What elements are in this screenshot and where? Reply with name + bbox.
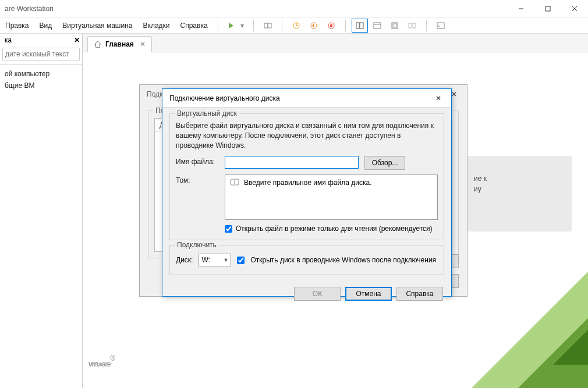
- svg-rect-1: [546, 6, 550, 11]
- cancel-button[interactable]: Отмена: [345, 287, 392, 301]
- chevron-down-icon: ▼: [224, 257, 229, 263]
- card-text1: ие к: [474, 173, 565, 184]
- svg-rect-11: [360, 23, 363, 29]
- volume-hint-text: Введите правильное имя файла диска.: [244, 179, 372, 187]
- menu-view[interactable]: Вид: [34, 19, 58, 32]
- drive-letter-select[interactable]: W: ▼: [199, 254, 231, 266]
- snapshot-take-icon[interactable]: [288, 19, 304, 33]
- minimize-button[interactable]: [508, 0, 534, 17]
- tabbar: Главная ✕: [83, 34, 588, 52]
- snapshot-revert-icon[interactable]: [306, 19, 322, 33]
- svg-rect-5: [268, 23, 271, 28]
- snapshot-manage-icon[interactable]: [323, 19, 339, 33]
- open-explorer-checkbox[interactable]: [237, 257, 245, 264]
- open-explorer-label: Открыть диск в проводнике Windows после …: [250, 256, 436, 264]
- svg-rect-4: [264, 23, 268, 28]
- tab-close-icon[interactable]: ✕: [140, 40, 146, 48]
- menu-help[interactable]: Справка: [175, 19, 213, 32]
- sidebar-search-input[interactable]: [2, 48, 80, 60]
- menu-vm[interactable]: Виртуальная машина: [57, 19, 137, 32]
- readonly-checkbox[interactable]: [225, 225, 232, 233]
- inner-dialog-close-icon[interactable]: ✕: [430, 91, 447, 105]
- menu-edit[interactable]: Правка: [0, 19, 34, 32]
- play-icon[interactable]: [223, 19, 239, 33]
- help-button[interactable]: Справка: [396, 287, 443, 301]
- svg-text:i: i: [234, 179, 236, 186]
- home-icon: [94, 40, 102, 48]
- inner-dialog-title: Подключение виртуального диска: [169, 94, 280, 102]
- tree-item-computer[interactable]: ой компьютер: [0, 68, 82, 80]
- titlebar: are Workstation: [0, 0, 588, 17]
- svg-rect-12: [374, 23, 381, 29]
- volume-list[interactable]: i Введите правильное имя файла диска.: [225, 175, 438, 220]
- unity-icon[interactable]: [387, 19, 403, 33]
- close-button[interactable]: [561, 0, 588, 17]
- window-title: are Workstation: [5, 5, 54, 13]
- svg-rect-15: [393, 24, 396, 27]
- mount-group-label: Подключить: [175, 241, 219, 249]
- vmware-logo: vmware®: [88, 352, 115, 371]
- sidebar: ка ✕ ой компьютер бщие ВМ: [0, 34, 83, 388]
- play-dropdown-icon[interactable]: ▾: [240, 22, 247, 30]
- thumbnail-icon[interactable]: [352, 19, 368, 33]
- filename-label: Имя файла:: [176, 156, 219, 166]
- maximize-button[interactable]: [534, 0, 561, 17]
- volume-label: Том:: [176, 175, 219, 184]
- menu-tabs[interactable]: Вкладки: [138, 19, 175, 32]
- svg-rect-17: [437, 23, 444, 29]
- card-text2: иу: [474, 184, 565, 194]
- tab-home[interactable]: Главная ✕: [87, 36, 152, 52]
- fullscreen-view-icon[interactable]: [369, 19, 385, 33]
- sidebar-close-icon[interactable]: ✕: [74, 36, 80, 44]
- readonly-label: Открыть файл в режиме только для чтения …: [236, 225, 433, 233]
- virtual-disk-group-label: Виртуальный диск: [175, 109, 239, 118]
- sidebar-title: ка: [5, 36, 12, 44]
- console-icon[interactable]: [433, 19, 449, 33]
- tree-item-shared-vms[interactable]: бщие ВМ: [0, 80, 82, 91]
- browse-button[interactable]: Обзор...: [364, 156, 405, 170]
- svg-rect-9: [330, 24, 332, 27]
- filename-input[interactable]: [225, 156, 359, 169]
- connect-virtual-disk-dialog: Подключение виртуального диска ✕ Виртуал…: [162, 88, 452, 297]
- stretch-icon[interactable]: [404, 19, 420, 33]
- dialog-description: Выберите файл виртуального диска и связа…: [176, 121, 438, 150]
- ok-button[interactable]: ОК: [294, 287, 341, 301]
- devices-icon[interactable]: [260, 19, 276, 33]
- info-icon: i: [230, 179, 239, 187]
- svg-rect-10: [356, 23, 359, 29]
- drive-letter-value: W:: [201, 256, 210, 264]
- disk-label: Диск:: [176, 256, 193, 264]
- tab-label: Главная: [105, 40, 134, 48]
- menubar: Правка Вид Виртуальная машина Вкладки Сп…: [0, 17, 588, 34]
